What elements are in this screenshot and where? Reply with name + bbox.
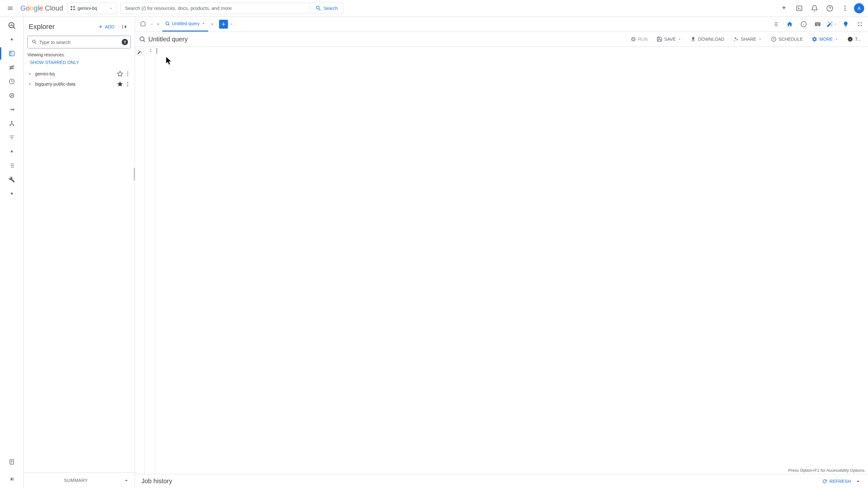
user-avatar[interactable]: A bbox=[854, 3, 864, 13]
nav-filter[interactable] bbox=[3, 131, 21, 144]
more-vert-icon[interactable] bbox=[124, 71, 131, 77]
show-starred-link[interactable]: SHOW STARRED ONLY bbox=[24, 59, 135, 69]
summary-bar[interactable]: SUMMARY bbox=[24, 473, 135, 488]
explorer-search-box: ? bbox=[27, 36, 131, 48]
header-actions: A bbox=[778, 2, 864, 14]
star-outline-icon[interactable] bbox=[117, 71, 123, 77]
tab-home[interactable] bbox=[137, 17, 148, 32]
chevron-down-icon[interactable] bbox=[150, 22, 154, 26]
plus-icon bbox=[221, 21, 226, 27]
explorer-search-input[interactable] bbox=[39, 39, 122, 45]
tab-label: Untitled query bbox=[172, 21, 199, 26]
svg-point-9 bbox=[12, 109, 14, 110]
list-view-icon[interactable] bbox=[770, 19, 781, 30]
nav-transfers[interactable] bbox=[3, 61, 21, 74]
more-vert-icon[interactable] bbox=[124, 81, 131, 87]
nav-dot-1[interactable] bbox=[3, 33, 21, 46]
toggle-button[interactable]: T... bbox=[844, 34, 864, 44]
project-selector[interactable]: gemini-bq bbox=[67, 3, 117, 14]
chevron-up-icon[interactable] bbox=[855, 478, 862, 485]
help-icon[interactable] bbox=[824, 2, 836, 14]
nav-dot-2[interactable] bbox=[3, 145, 21, 158]
nav-doc[interactable] bbox=[3, 456, 21, 468]
nav-analytics[interactable] bbox=[3, 89, 21, 102]
keyboard-icon-button[interactable] bbox=[812, 19, 824, 30]
schedule-button[interactable]: SCHEDULE bbox=[768, 34, 806, 44]
nav-list[interactable] bbox=[3, 159, 21, 172]
svg-rect-6 bbox=[9, 51, 14, 56]
notifications-icon[interactable] bbox=[808, 2, 821, 14]
nav-dot-3[interactable] bbox=[3, 187, 21, 200]
svg-point-16 bbox=[127, 72, 128, 73]
new-tab-button[interactable] bbox=[219, 20, 228, 29]
nav-admin[interactable] bbox=[3, 173, 21, 186]
close-icon[interactable] bbox=[155, 21, 161, 27]
svg-point-20 bbox=[127, 84, 128, 85]
chevron-down-icon bbox=[109, 6, 113, 10]
tab-untitled-query[interactable]: Untitled query bbox=[162, 17, 208, 32]
clock-icon bbox=[771, 36, 777, 42]
svg-point-18 bbox=[127, 75, 128, 76]
run-button[interactable]: RUN bbox=[627, 34, 651, 44]
svg-rect-15 bbox=[122, 25, 123, 29]
explorer-title: Explorer bbox=[29, 23, 93, 31]
splitter-handle[interactable] bbox=[134, 168, 135, 181]
job-history-title: Job history bbox=[142, 478, 822, 485]
save-icon bbox=[657, 36, 662, 42]
svg-point-26 bbox=[735, 38, 736, 39]
project-icon bbox=[71, 6, 75, 10]
query-icon bbox=[139, 36, 146, 43]
info-icon-button[interactable] bbox=[798, 19, 809, 30]
google-cloud-logo[interactable]: Google Cloud bbox=[20, 4, 63, 12]
menu-button[interactable] bbox=[4, 2, 17, 14]
project-name: gemini-bq bbox=[78, 6, 107, 11]
ai-assist-button[interactable] bbox=[136, 48, 144, 56]
logo-cloud-text: Cloud bbox=[45, 4, 63, 12]
search-button[interactable]: Search bbox=[310, 3, 343, 14]
star-filled-icon[interactable] bbox=[117, 81, 123, 87]
home-icon-button[interactable] bbox=[784, 19, 796, 30]
nav-scheduled[interactable] bbox=[3, 75, 21, 88]
gear-icon bbox=[812, 36, 817, 42]
fullscreen-icon[interactable] bbox=[854, 19, 865, 30]
svg-rect-14 bbox=[13, 477, 13, 481]
tree-item-label: bigquery-public-data bbox=[35, 82, 114, 87]
save-button[interactable]: SAVE bbox=[653, 34, 685, 44]
chevron-down-icon[interactable] bbox=[201, 21, 206, 26]
chevron-up-icon bbox=[123, 477, 130, 484]
chevron-right-icon bbox=[27, 71, 32, 76]
nav-migration[interactable] bbox=[3, 103, 21, 116]
app-header: Google Cloud gemini-bq Search A bbox=[0, 0, 868, 17]
tree-item-project[interactable]: gemini-bq bbox=[25, 69, 133, 79]
nav-tree[interactable] bbox=[3, 117, 21, 130]
search-input[interactable] bbox=[121, 5, 310, 11]
download-button[interactable]: DOWNLOAD bbox=[687, 34, 727, 44]
svg-point-24 bbox=[140, 37, 144, 41]
svg-point-3 bbox=[844, 8, 846, 9]
lightbulb-icon[interactable] bbox=[840, 19, 851, 30]
nav-explorer[interactable] bbox=[3, 47, 21, 60]
close-icon[interactable] bbox=[210, 21, 215, 27]
gemini-icon[interactable] bbox=[778, 2, 790, 14]
chevron-down-icon[interactable] bbox=[229, 22, 234, 26]
code-editor[interactable] bbox=[155, 47, 868, 474]
nav-expand[interactable] bbox=[3, 473, 21, 485]
more-button[interactable]: MORE bbox=[808, 34, 842, 44]
more-vert-icon[interactable] bbox=[839, 2, 851, 14]
text-cursor bbox=[157, 48, 157, 54]
plus-icon bbox=[98, 24, 103, 30]
search-container: Search bbox=[120, 3, 343, 14]
collapse-panel-button[interactable] bbox=[119, 22, 130, 32]
tree-item-public-data[interactable]: bigquery-public-data bbox=[25, 79, 133, 89]
add-button[interactable]: ADD bbox=[95, 22, 117, 32]
svg-point-10 bbox=[11, 121, 12, 122]
search-help-icon[interactable]: ? bbox=[122, 39, 128, 45]
add-button-label: ADD bbox=[105, 24, 114, 29]
home-icon bbox=[140, 21, 146, 26]
nav-bigquery-icon[interactable] bbox=[3, 19, 21, 32]
cloud-shell-icon[interactable] bbox=[793, 2, 806, 14]
refresh-button[interactable]: REFRESH bbox=[822, 479, 851, 484]
magic-wand-icon[interactable] bbox=[826, 19, 837, 30]
nav-rail bbox=[0, 17, 24, 488]
share-button[interactable]: SHARE bbox=[730, 34, 765, 44]
